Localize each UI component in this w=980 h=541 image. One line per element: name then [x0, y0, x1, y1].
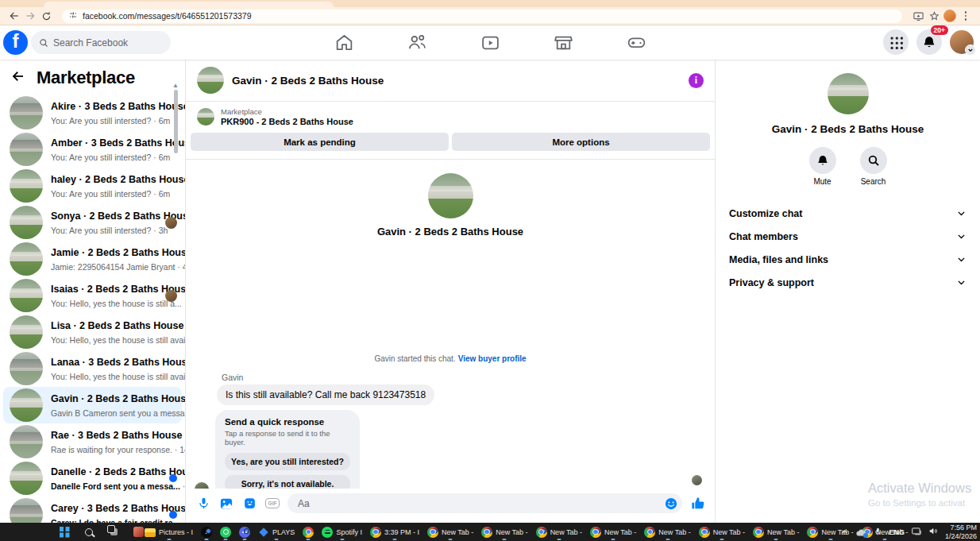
details-section-row[interactable]: Customize chat	[716, 202, 980, 225]
taskbar-search-icon[interactable]	[82, 524, 96, 540]
task-view-icon[interactable]	[106, 524, 121, 540]
chat-list-item[interactable]: Amber · 3 Beds 2 Baths House You: Are yo…	[3, 131, 182, 168]
language-indicator[interactable]: ENG	[889, 528, 905, 536]
taskbar-app-button[interactable]: New Tab -	[696, 523, 748, 541]
message-bubble: Is this still available? Call me back 91…	[217, 384, 434, 405]
chat-list-item[interactable]: Rae · 3 Beds 2 Baths House Rae is waitin…	[3, 423, 182, 460]
nav-friends-icon[interactable]	[407, 33, 427, 53]
taskbar-app-button[interactable]: New Tab -	[587, 523, 639, 541]
message-input[interactable]	[287, 493, 682, 513]
more-options-button[interactable]: More options	[452, 133, 710, 151]
chat-list-item[interactable]: Akire · 3 Beds 2 Baths House You: Are yo…	[3, 95, 182, 131]
taskbar-app-button[interactable]: Spotify I	[318, 523, 365, 541]
chat-list-item[interactable]: Gavin · 2 Beds 2 Baths House Gavin B Cam…	[3, 387, 182, 423]
app-icon	[220, 527, 231, 538]
chat-name: Lisa · 2 Beds 2 Baths House	[51, 320, 183, 331]
taskbar-app-button[interactable]: PLAYS	[255, 523, 298, 541]
chat-preview: Jamie: 2295064154 Jamie Bryant	[51, 262, 175, 272]
chat-name: Akire · 3 Beds 2 Baths House	[51, 101, 189, 112]
details-section-row[interactable]: Chat members	[716, 225, 980, 248]
chat-list: Akire · 3 Beds 2 Baths House You: Are yo…	[0, 95, 185, 533]
mark-as-pending-button[interactable]: Mark as pending	[191, 133, 449, 151]
chat-header-avatar[interactable]	[197, 67, 224, 94]
voice-clip-icon[interactable]	[195, 496, 211, 512]
search-in-chat-button[interactable]: Search	[860, 147, 887, 186]
speaker-icon[interactable]	[928, 525, 939, 539]
taskbar-app-button[interactable]	[299, 523, 317, 541]
back-arrow-icon[interactable]	[6, 9, 22, 23]
info-icon[interactable]: i	[689, 73, 704, 88]
cast-icon[interactable]	[910, 9, 926, 23]
microphone-icon[interactable]	[874, 525, 882, 539]
message-text-field[interactable]	[296, 497, 663, 510]
app-label: New Tab -	[767, 528, 799, 536]
menu-dots-icon[interactable]	[958, 9, 974, 23]
chat-list-item[interactable]: Lanaa · 3 Beds 2 Baths House You: Hello,…	[3, 350, 182, 387]
start-button-icon[interactable]	[57, 524, 71, 540]
facebook-logo[interactable]: f	[3, 30, 28, 55]
nav-watch-icon[interactable]	[480, 33, 500, 53]
bookmark-star-icon[interactable]	[926, 9, 942, 23]
notification-dot	[758, 528, 763, 534]
taskbar-app-button[interactable]: 3:39 PM - I	[367, 523, 422, 541]
marketplace-listing-row[interactable]: Marketplace PKR900 - 2 Beds 2 Baths Hous…	[186, 102, 715, 129]
taskbar-app-button[interactable]: New Tab -	[424, 523, 476, 541]
bell-icon	[816, 154, 829, 167]
chat-list-item[interactable]: haley · 2 Beds 2 Baths House You: Are yo…	[3, 168, 182, 204]
forward-arrow-icon[interactable]	[22, 9, 38, 23]
chat-list-item[interactable]: Sonya · 2 Beds 2 Baths House You: Are yo…	[3, 204, 182, 241]
sidebar-scrollbar[interactable]	[174, 90, 178, 153]
chat-avatar	[10, 242, 43, 276]
mute-button[interactable]: Mute	[809, 147, 836, 186]
chat-avatar	[10, 279, 43, 312]
gif-icon[interactable]: GIF	[264, 496, 280, 512]
taskbar-app-button[interactable]: New Tab -	[750, 523, 802, 541]
taskbar-app-button[interactable]: New Tab -	[641, 523, 693, 541]
tray-chevron-up-icon[interactable]	[840, 525, 849, 539]
chat-list-item[interactable]: Isaias · 2 Beds 2 Baths House You: Hello…	[3, 277, 182, 314]
view-buyer-profile-link[interactable]: View buyer profile	[458, 354, 527, 363]
scroll-up-arrow[interactable]: ▲	[172, 82, 179, 89]
quick-response-option[interactable]: Sorry, it's not available.	[225, 475, 350, 489]
apps-menu-button[interactable]	[883, 29, 909, 55]
nav-gaming-icon[interactable]	[626, 33, 646, 53]
chat-list-item[interactable]: Lisa · 2 Beds 2 Baths House You: Hello, …	[3, 314, 182, 350]
taskbar-app-button[interactable]	[217, 523, 234, 541]
nav-marketplace-icon[interactable]	[553, 33, 573, 53]
onedrive-icon[interactable]	[855, 527, 867, 537]
taskbar-app-button[interactable]: New Tab -	[478, 523, 531, 541]
thumbs-up-icon[interactable]	[689, 496, 705, 512]
quick-response-option[interactable]: Yes, are you still interested?	[225, 453, 350, 470]
notification-dot	[486, 528, 492, 534]
chat-list-item[interactable]: Jamie · 2 Beds 2 Baths House Jamie: 2295…	[3, 241, 182, 277]
taskbar-app-button[interactable]: New Tab -	[533, 523, 585, 541]
taskbar-app-button[interactable]: Pictures - I	[141, 523, 196, 541]
back-icon[interactable]	[11, 69, 25, 87]
listing-title: PKR900 - 2 Beds 2 Baths House	[221, 117, 353, 126]
refresh-icon[interactable]	[38, 9, 54, 23]
emoji-icon[interactable]	[663, 496, 679, 512]
details-section-row[interactable]: Media, files and links	[716, 248, 980, 271]
app-label: New Tab -	[658, 528, 690, 536]
profile-avatar-large	[428, 173, 473, 218]
notifications-button[interactable]: 20+	[916, 29, 942, 55]
facebook-search-input[interactable]: Search Facebook	[31, 31, 171, 54]
chat-list-item[interactable]: Danelle · 2 Beds 2 Baths House Danelle F…	[3, 460, 182, 497]
sticker-icon[interactable]	[241, 496, 257, 512]
profile-avatar[interactable]	[950, 30, 974, 54]
app-icon	[807, 527, 818, 538]
address-bar[interactable]: facebook.com/messages/t/646551201573379	[62, 10, 902, 23]
details-section-row[interactable]: Privacy & support	[716, 271, 980, 294]
taskbar-clock[interactable]: 7:56 PM 1/24/2026	[945, 524, 977, 540]
browser-profile-avatar[interactable]	[942, 9, 958, 23]
site-info-icon[interactable]	[68, 9, 78, 23]
taskbar-app-button[interactable]	[198, 523, 215, 541]
chat-header: Gavin · 2 Beds 2 Baths House i	[186, 60, 715, 102]
taskbar-app-button[interactable]	[236, 523, 253, 541]
browser-active-tab[interactable]	[44, 2, 334, 7]
chat-avatar	[10, 169, 43, 203]
attach-photo-icon[interactable]	[218, 496, 234, 512]
touch-keyboard-icon[interactable]	[911, 525, 922, 539]
nav-home-icon[interactable]	[334, 33, 354, 53]
chat-name: Gavin · 2 Beds 2 Baths House	[51, 393, 191, 404]
